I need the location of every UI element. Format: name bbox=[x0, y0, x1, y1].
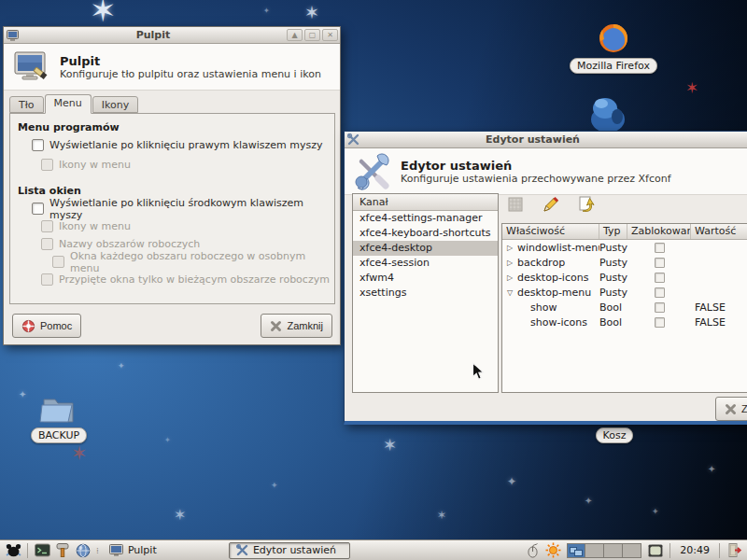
maximize-button[interactable]: ▢ bbox=[304, 29, 320, 41]
desktop-settings-icon bbox=[12, 49, 49, 86]
applications-menu-button[interactable] bbox=[3, 541, 23, 560]
desktop-icon-backup[interactable]: BACKUP bbox=[28, 392, 90, 443]
xfce-mouse-icon bbox=[5, 542, 22, 558]
workspace-2[interactable] bbox=[585, 543, 604, 558]
screenshot-tray-icon[interactable] bbox=[645, 541, 666, 560]
locked-checkbox[interactable] bbox=[655, 273, 665, 283]
star-decoration: ✦ bbox=[708, 465, 715, 474]
task-label: Pulpit bbox=[128, 544, 157, 556]
new-property-button[interactable] bbox=[501, 191, 529, 217]
terminal-launcher[interactable] bbox=[32, 541, 52, 560]
panel-handle[interactable]: ⁞ bbox=[96, 546, 99, 555]
desktop-icon-trash[interactable]: Kosz bbox=[588, 426, 641, 443]
close-x-icon bbox=[270, 320, 282, 332]
pulpit-window: Pulpit ▲ ▢ ✕ Pulpit Konfiguruj bbox=[3, 26, 341, 345]
desktop: ✶ ✶ ✦ ✶ ✶ ✶ ✶ ✦ ✦ ✶ ✦ ✦ ✦ ✦ ✦ ✦ Mozilla … bbox=[0, 0, 747, 560]
star-decoration: ✦ bbox=[118, 362, 125, 371]
workspace-3[interactable] bbox=[604, 543, 623, 558]
close-button[interactable]: ✕ bbox=[322, 29, 338, 41]
table-row[interactable]: ▷windowlist-menu Pusty bbox=[502, 240, 747, 255]
workspace-4[interactable] bbox=[623, 543, 641, 558]
close-x-icon bbox=[725, 403, 737, 415]
pulpit-titlebar[interactable]: Pulpit ▲ ▢ ✕ bbox=[4, 27, 340, 44]
help-icon bbox=[21, 319, 35, 333]
table-row[interactable]: ▷desktop-icons Pusty bbox=[502, 270, 747, 285]
table-row[interactable]: show Bool FALSE bbox=[502, 300, 747, 315]
shade-button[interactable]: ▲ bbox=[287, 29, 303, 41]
tab-menu[interactable]: Menu bbox=[45, 94, 92, 114]
workspace-switcher bbox=[567, 543, 641, 558]
button-label: Pomoc bbox=[40, 320, 72, 331]
table-row[interactable]: ▷backdrop Pusty bbox=[502, 255, 747, 270]
property-value: FALSE bbox=[691, 316, 747, 329]
checkbox-show-right-click[interactable]: Wyświetlanie po kliknięciu prawym klawis… bbox=[32, 138, 322, 152]
checkbox-icon bbox=[41, 159, 53, 171]
channel-row[interactable]: xfce4-keyboard-shortcuts bbox=[353, 226, 498, 241]
star-decoration: ✦ bbox=[164, 437, 171, 444]
star-decoration: ✶ bbox=[90, 0, 117, 26]
property-name: windowlist-menu bbox=[517, 242, 599, 254]
channel-row[interactable]: xsettings bbox=[353, 286, 498, 301]
section-heading: Lista okien bbox=[18, 185, 81, 197]
editor-titlebar[interactable]: Edytor ustawień ▲ bbox=[345, 132, 747, 148]
settings-editor-icon bbox=[353, 153, 390, 190]
checkbox-menu-icons-2: Ikony w menu bbox=[41, 219, 131, 233]
locked-checkbox[interactable] bbox=[655, 243, 665, 253]
column-header-property[interactable]: Właściwość bbox=[502, 224, 599, 239]
expander-icon[interactable]: ▷ bbox=[502, 273, 517, 282]
property-name: show-icons bbox=[530, 316, 587, 329]
checkbox-show-middle-click[interactable]: Wyświetlanie po kliknięciu środkowym kla… bbox=[32, 202, 334, 216]
star-decoration: ✦ bbox=[652, 508, 659, 516]
desktop-icon-firefox[interactable]: Mozilla Firefox bbox=[577, 21, 650, 74]
edit-property-button[interactable] bbox=[537, 191, 565, 217]
tab-tlo[interactable]: Tło bbox=[9, 96, 44, 113]
taskbar-item-editor[interactable]: Edytor ustawień bbox=[229, 542, 350, 559]
table-row[interactable]: show-icons Bool FALSE bbox=[502, 315, 747, 329]
mouse-settings-tray-icon[interactable] bbox=[522, 541, 543, 560]
locked-checkbox[interactable] bbox=[655, 317, 665, 328]
locked-checkbox[interactable] bbox=[655, 302, 665, 313]
logout-button[interactable] bbox=[724, 541, 744, 560]
channel-column-header[interactable]: Kanał bbox=[353, 194, 498, 211]
checkbox-label: Nazwy obszarów roboczych bbox=[59, 238, 200, 250]
table-row[interactable]: ▽desktop-menu Pusty bbox=[502, 285, 747, 300]
channel-row[interactable]: xfce4-session bbox=[353, 256, 498, 271]
expander-icon[interactable]: ▽ bbox=[502, 288, 517, 297]
expander-icon[interactable]: ▷ bbox=[502, 259, 517, 267]
star-decoration: ✶ bbox=[685, 80, 698, 96]
locked-checkbox[interactable] bbox=[655, 287, 665, 298]
channel-row[interactable]: xfwm4 bbox=[353, 271, 498, 286]
expander-icon[interactable]: ▷ bbox=[502, 244, 517, 252]
settings-editor-window: Edytor ustawień ▲ Edytor ustawień Konfig… bbox=[344, 131, 747, 425]
settings-launcher[interactable] bbox=[52, 541, 73, 560]
close-window-button[interactable]: Zamknij bbox=[261, 314, 332, 338]
workspace-1[interactable] bbox=[567, 543, 585, 558]
close-window-button[interactable]: Zamknij bbox=[715, 397, 747, 421]
channel-row[interactable]: xfce4-settings-manager bbox=[353, 211, 498, 226]
property-value: FALSE bbox=[691, 301, 747, 314]
taskbar-item-pulpit[interactable]: Pulpit bbox=[102, 542, 223, 559]
property-type: Pusty bbox=[599, 242, 627, 254]
column-header-value[interactable]: Wartość bbox=[691, 224, 747, 239]
edit-pencil-icon bbox=[542, 195, 560, 214]
star-decoration: ✦ bbox=[271, 482, 278, 490]
terminal-icon bbox=[35, 543, 50, 558]
reset-icon bbox=[577, 195, 596, 214]
reset-property-button[interactable] bbox=[572, 191, 600, 217]
clock[interactable]: 20:49 bbox=[674, 544, 715, 556]
page-title: Edytor ustawień bbox=[401, 159, 671, 173]
locked-checkbox[interactable] bbox=[655, 258, 665, 268]
table-header: Właściwość Typ Zablokowany Wartość bbox=[502, 224, 747, 240]
tab-ikony[interactable]: Ikony bbox=[92, 96, 138, 113]
hidden-desktop-icon[interactable] bbox=[586, 91, 629, 135]
brightness-tray-icon[interactable] bbox=[543, 541, 563, 560]
folder-icon bbox=[39, 392, 78, 426]
column-header-type[interactable]: Typ bbox=[599, 224, 627, 239]
editor-header: Edytor ustawień Konfiguruje ustawienia p… bbox=[345, 148, 747, 195]
channel-row-selected[interactable]: xfce4-desktop bbox=[353, 241, 498, 256]
browser-launcher[interactable] bbox=[73, 541, 93, 560]
page-subtitle: Konfiguruje ustawienia przechowywane prz… bbox=[401, 173, 671, 185]
properties-table: Właściwość Typ Zablokowany Wartość ▷wind… bbox=[501, 223, 747, 393]
column-header-locked[interactable]: Zablokowany bbox=[627, 224, 691, 239]
help-button[interactable]: Pomoc bbox=[12, 314, 81, 338]
